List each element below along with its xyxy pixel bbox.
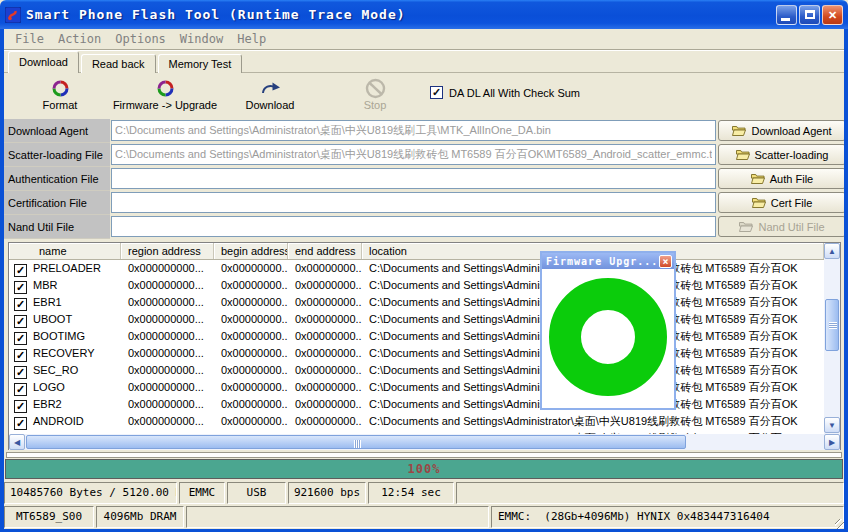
row-location: C:\Documents and Settings\Administrator\…: [362, 413, 824, 430]
toolbar: Format Firmware -> Upgrade Download: [4, 74, 844, 118]
row-checkbox[interactable]: ✓: [14, 281, 27, 294]
table-row[interactable]: ✓RECOVERY0x000000000...0x00000000...0x00…: [9, 345, 824, 362]
table-row[interactable]: ✓EBR20x000000000...0x00000000...0x000000…: [9, 396, 824, 413]
row-begin-address: 0x00000000...: [214, 413, 288, 430]
popup-title: Firmware Upgr...: [546, 256, 659, 267]
da-dl-checksum-checkbox[interactable]: ✓ DA DL All With Check Sum: [430, 86, 580, 99]
file-path-input[interactable]: [111, 192, 716, 213]
row-name: UBOOT: [33, 313, 72, 325]
status-empty: [456, 482, 844, 504]
file-browse-button[interactable]: Scatter-loading: [718, 144, 846, 165]
row-name: RECOVERY: [33, 347, 95, 359]
tab-strip: DownloadRead backMemory Test: [8, 51, 244, 73]
file-path-input[interactable]: [111, 120, 716, 141]
vertical-scroll-thumb[interactable]: [825, 299, 839, 351]
col-header-begin-address[interactable]: begin address: [214, 243, 288, 259]
row-name: LOGO: [33, 381, 65, 393]
file-browse-button[interactable]: Auth File: [718, 168, 846, 189]
app-window: Smart Phone Flash Tool (Runtime Trace Mo…: [0, 0, 848, 532]
menu-item-file[interactable]: File: [8, 29, 51, 49]
row-end-address: 0x00000000...: [288, 413, 362, 430]
row-begin-address: 0x00000000...: [214, 379, 288, 396]
scroll-left-icon[interactable]: ◀: [9, 434, 25, 450]
tab-download[interactable]: Download: [8, 51, 79, 73]
col-header-end-address[interactable]: end address: [288, 243, 362, 259]
file-browse-button[interactable]: Nand Util File: [718, 216, 846, 237]
status-storage-type: EMMC: [179, 482, 225, 504]
file-path-input[interactable]: [111, 216, 716, 237]
menu-item-help[interactable]: Help: [230, 29, 273, 49]
row-region-address: 0x000000000...: [121, 277, 214, 294]
menu-item-options[interactable]: Options: [108, 29, 173, 49]
table-row[interactable]: ✓LOGO0x000000000...0x00000000...0x000000…: [9, 379, 824, 396]
status-empty-2: [186, 506, 489, 528]
popup-close-icon[interactable]: ×: [659, 255, 672, 268]
table-row[interactable]: ✓ANDROID0x000000000...0x00000000...0x000…: [9, 413, 824, 430]
table-row[interactable]: ✓BOOTIMG0x000000000...0x00000000...0x000…: [9, 328, 824, 345]
row-checkbox[interactable]: ✓: [14, 315, 27, 328]
row-region-address: 0x000000000...: [121, 345, 214, 362]
row-begin-address: 0x00000000...: [214, 260, 288, 277]
firmware-upgrade-popup: Firmware Upgr... ×: [540, 251, 676, 410]
table-row[interactable]: ✓SEC_RO0x000000000...0x00000000...0x0000…: [9, 362, 824, 379]
row-name: SEC_RO: [33, 364, 78, 376]
table-row[interactable]: ✓UBOOT0x000000000...0x00000000...0x00000…: [9, 311, 824, 328]
horizontal-scroll-thumb[interactable]: [26, 435, 686, 449]
tab-read-back[interactable]: Read back: [81, 54, 156, 73]
partition-table: name region address begin address end ad…: [8, 242, 841, 450]
window-edge-right: [844, 29, 848, 532]
stop-button[interactable]: Stop: [310, 78, 440, 111]
table-row[interactable]: ✓PRELOADER0x000000000...0x00000000...0x0…: [9, 260, 824, 277]
progress-label: 100%: [408, 462, 441, 476]
row-end-address: 0x00000000...: [288, 379, 362, 396]
table-row[interactable]: ✓EBR10x000000000...0x00000000...0x000000…: [9, 294, 824, 311]
row-end-address: 0x00000000...: [288, 260, 362, 277]
file-button-label: Cert File: [771, 197, 813, 209]
vertical-scrollbar[interactable]: ▲ ▼: [824, 243, 840, 434]
row-name: PRELOADER: [33, 262, 101, 274]
file-path-input[interactable]: [111, 144, 716, 165]
folder-icon: [736, 149, 750, 160]
scroll-up-icon[interactable]: ▲: [824, 243, 840, 259]
row-region-address: 0x000000000...: [121, 396, 214, 413]
row-checkbox[interactable]: ✓: [14, 366, 27, 379]
status-bar-1: 10485760 Bytes / 5120.00 KBpsEMMCUSB9216…: [4, 482, 844, 504]
row-checkbox[interactable]: ✓: [14, 400, 27, 413]
table-row[interactable]: ✓MBR0x000000000...0x00000000...0x0000000…: [9, 277, 824, 294]
scroll-right-icon[interactable]: ▶: [824, 434, 840, 450]
minimize-button[interactable]: [776, 5, 797, 25]
close-button[interactable]: ✕: [822, 5, 843, 25]
file-browse-button[interactable]: Cert File: [718, 192, 846, 213]
row-checkbox[interactable]: ✓: [14, 349, 27, 362]
row-checkbox[interactable]: ✓: [14, 298, 27, 311]
row-region-address: 0x000000000...: [121, 362, 214, 379]
title-bar[interactable]: Smart Phone Flash Tool (Runtime Trace Mo…: [0, 0, 848, 29]
folder-icon: [751, 173, 765, 184]
menu-item-window[interactable]: Window: [173, 29, 230, 49]
row-checkbox[interactable]: ✓: [14, 417, 27, 430]
file-path-input[interactable]: [111, 168, 716, 189]
row-end-address: 0x00000000...: [288, 277, 362, 294]
col-header-name[interactable]: name: [9, 243, 121, 259]
file-browse-button[interactable]: Download Agent: [718, 120, 846, 141]
folder-icon: [732, 125, 746, 136]
popup-title-bar[interactable]: Firmware Upgr... ×: [542, 253, 674, 269]
row-checkbox[interactable]: ✓: [14, 383, 27, 396]
col-header-region-address[interactable]: region address: [121, 243, 214, 259]
row-checkbox[interactable]: ✓: [14, 264, 27, 277]
row-begin-address: 0x00000000...: [214, 294, 288, 311]
scroll-down-icon[interactable]: ▼: [824, 417, 840, 433]
row-begin-address: 0x00000000...: [214, 328, 288, 345]
row-checkbox[interactable]: ✓: [14, 332, 27, 345]
maximize-button[interactable]: [799, 5, 820, 25]
folder-icon: [752, 197, 766, 208]
file-button-label: Nand Util File: [758, 221, 824, 233]
menu-item-action[interactable]: Action: [51, 29, 108, 49]
file-grid: Download AgentDownload AgentScatter-load…: [4, 119, 844, 240]
row-region-address: 0x000000000...: [121, 311, 214, 328]
row-name: EBR1: [33, 296, 62, 308]
row-region-address: 0x000000000...: [121, 260, 214, 277]
tab-memory-test[interactable]: Memory Test: [158, 54, 243, 73]
horizontal-scrollbar[interactable]: ◀ ▶: [9, 434, 840, 450]
status-dram: 4096Mb DRAM: [96, 506, 184, 528]
